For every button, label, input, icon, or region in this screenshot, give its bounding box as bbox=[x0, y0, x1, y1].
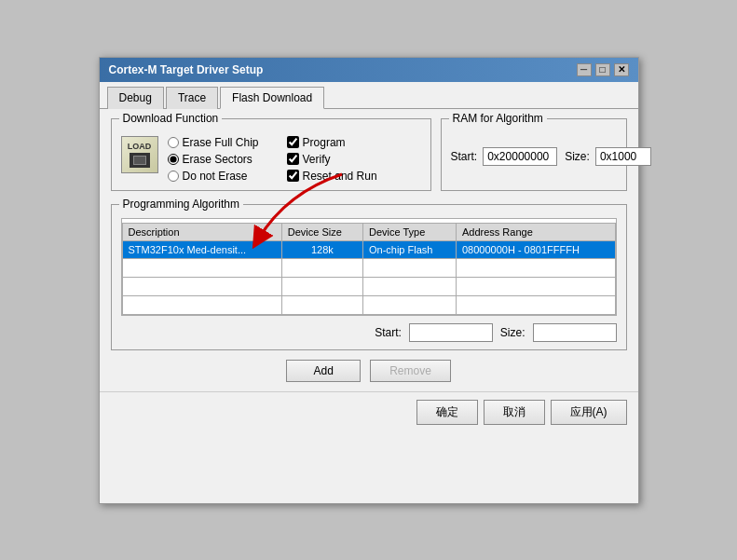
ram-start-row: Start: bbox=[451, 147, 558, 166]
ok-button[interactable]: 确定 bbox=[416, 400, 478, 425]
download-function-inner: LOAD Erase Full Chip Erase Se bbox=[121, 136, 421, 183]
cell-device-size: 128k bbox=[281, 240, 362, 258]
ram-algorithm-group: RAM for Algorithm Start: Size: bbox=[441, 118, 627, 191]
radio-erase-full-label: Erase Full Chip bbox=[183, 136, 259, 149]
radio-erase-sectors[interactable]: Erase Sectors bbox=[168, 153, 259, 166]
footer: 确定 取消 应用(A) bbox=[100, 391, 638, 432]
tab-content: Download Function LOAD Erase Full Chip bbox=[100, 109, 638, 391]
radio-do-not-erase-label: Do not Erase bbox=[183, 170, 248, 183]
radio-do-not-erase[interactable]: Do not Erase bbox=[168, 170, 259, 183]
checkbox-program-label: Program bbox=[303, 136, 346, 149]
ram-settings: Start: Size: bbox=[451, 147, 617, 166]
empty-row-3 bbox=[122, 295, 615, 314]
top-section: Download Function LOAD Erase Full Chip bbox=[111, 118, 627, 200]
radio-erase-full[interactable]: Erase Full Chip bbox=[168, 136, 259, 149]
col-description: Description bbox=[122, 223, 281, 240]
tab-trace[interactable]: Trace bbox=[166, 87, 218, 109]
ram-start-label: Start: bbox=[451, 150, 478, 163]
tab-debug[interactable]: Debug bbox=[107, 87, 164, 109]
cell-description: STM32F10x Med-densit... bbox=[122, 240, 281, 258]
col-address-range: Address Range bbox=[456, 223, 615, 240]
dialog-window: Cortex-M Target Driver Setup ─ □ ✕ Debug… bbox=[99, 57, 639, 504]
load-icon: LOAD bbox=[121, 136, 158, 173]
algo-size-label: Size: bbox=[500, 326, 525, 339]
cancel-button[interactable]: 取消 bbox=[484, 400, 545, 425]
algo-start-label: Start: bbox=[375, 326, 402, 339]
ram-size-input[interactable] bbox=[595, 147, 651, 166]
checkbox-program[interactable]: Program bbox=[287, 136, 377, 149]
minimize-button[interactable]: ─ bbox=[577, 63, 592, 76]
cell-address-range: 08000000H - 0801FFFFH bbox=[456, 240, 615, 258]
add-remove-buttons: Add Remove bbox=[111, 360, 627, 382]
title-bar: Cortex-M Target Driver Setup ─ □ ✕ bbox=[100, 58, 638, 82]
dialog-title: Cortex-M Target Driver Setup bbox=[109, 63, 264, 76]
apply-button[interactable]: 应用(A) bbox=[551, 400, 627, 425]
title-bar-buttons: ─ □ ✕ bbox=[577, 63, 629, 76]
chip-graphic bbox=[130, 153, 150, 168]
col-device-type: Device Type bbox=[362, 223, 456, 240]
maximize-button[interactable]: □ bbox=[595, 63, 610, 76]
algo-start-input[interactable] bbox=[409, 323, 493, 342]
ram-algorithm-title: RAM for Algorithm bbox=[449, 112, 547, 125]
cell-device-type: On-chip Flash bbox=[362, 240, 456, 258]
checkbox-verify-label: Verify bbox=[303, 153, 331, 166]
ram-size-label: Size: bbox=[565, 150, 590, 163]
radio-do-not-erase-input[interactable] bbox=[168, 171, 179, 182]
tab-bar: Debug Trace Flash Download bbox=[100, 82, 638, 109]
remove-button[interactable]: Remove bbox=[370, 360, 451, 382]
col-device-size: Device Size bbox=[281, 223, 362, 240]
chip-inner bbox=[133, 156, 146, 165]
algo-table: Description Device Size Device Type Addr… bbox=[122, 223, 616, 315]
checkbox-reset-run-input[interactable] bbox=[287, 170, 299, 182]
checkbox-program-input[interactable] bbox=[287, 136, 299, 148]
empty-row-1 bbox=[122, 258, 615, 277]
add-button[interactable]: Add bbox=[286, 360, 361, 382]
erase-options: Erase Full Chip Erase Sectors Do not Era… bbox=[168, 136, 259, 183]
ram-size-row: Size: bbox=[565, 147, 651, 166]
radio-erase-sectors-input[interactable] bbox=[168, 154, 179, 165]
checkbox-verify-input[interactable] bbox=[287, 153, 299, 165]
load-label: LOAD bbox=[128, 142, 152, 151]
algo-table-container: Description Device Size Device Type Addr… bbox=[121, 218, 617, 316]
checkbox-reset-run-label: Reset and Run bbox=[303, 170, 377, 183]
ram-start-input[interactable] bbox=[483, 147, 557, 166]
programming-algorithm-title: Programming Algorithm bbox=[119, 198, 243, 211]
radio-erase-full-input[interactable] bbox=[168, 137, 179, 148]
programming-algorithm-group: Programming Algorithm Description Device… bbox=[111, 204, 627, 350]
download-function-title: Download Function bbox=[119, 112, 223, 125]
radio-erase-sectors-label: Erase Sectors bbox=[183, 153, 252, 166]
checkbox-reset-run[interactable]: Reset and Run bbox=[287, 170, 377, 183]
action-checkboxes: Program Verify Reset and Run bbox=[287, 136, 377, 183]
empty-row-2 bbox=[122, 277, 615, 295]
download-function-group: Download Function LOAD Erase Full Chip bbox=[111, 118, 431, 191]
checkbox-verify[interactable]: Verify bbox=[287, 153, 377, 166]
algo-bottom: Start: Size: bbox=[121, 323, 617, 342]
close-button[interactable]: ✕ bbox=[614, 63, 629, 76]
table-row[interactable]: STM32F10x Med-densit... 128k On-chip Fla… bbox=[122, 240, 615, 258]
algo-size-input[interactable] bbox=[533, 323, 617, 342]
tab-flash-download[interactable]: Flash Download bbox=[220, 87, 324, 109]
